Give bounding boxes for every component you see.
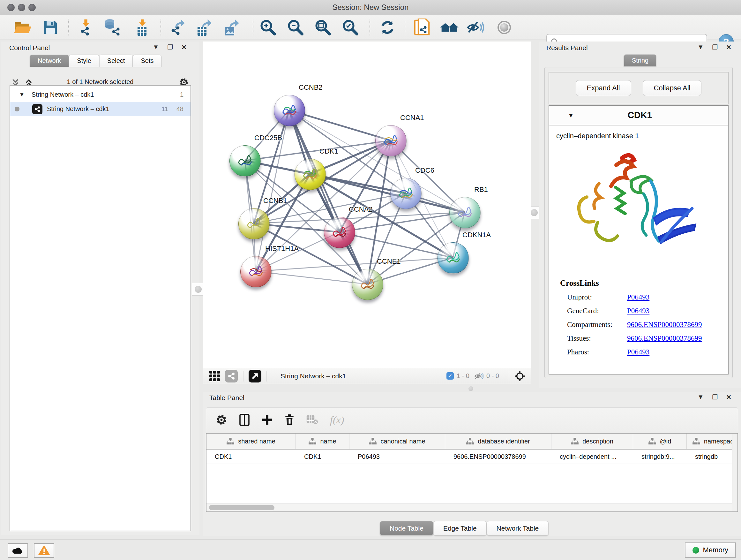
export-network-button[interactable] [168,19,187,36]
network-share-icon[interactable] [225,370,238,382]
refresh-view-button[interactable] [378,19,397,36]
tab-edge-table[interactable]: Edge Table [433,521,487,536]
selected-count-checkbox[interactable]: ✓ [447,372,454,380]
panel-menu-icon[interactable]: ▼ [697,393,704,401]
table-gear-button[interactable] [216,414,227,426]
table-vertical-scrollbar[interactable] [732,434,738,511]
network-node-CDC25B[interactable] [229,145,261,177]
table-cell[interactable]: P06493 [349,449,445,463]
network-row[interactable]: String Network – cdk1 11 48 [10,102,191,116]
crosslink-row: Compartments: 9606.ENSP00000378699 [560,320,728,329]
hidden-eye-slash-icon[interactable] [474,372,483,380]
table-cell[interactable]: stringdb:9... [633,449,687,463]
zoom-out-button[interactable] [286,19,305,36]
crosslink-link[interactable]: 9606.ENSP00000378699 [627,334,702,343]
panel-float-icon[interactable]: ❐ [167,44,173,51]
fit-selected-crosshair-icon[interactable] [515,371,525,381]
table-cell[interactable]: cyclin–dependent ... [551,449,633,463]
tab-sets[interactable]: Sets [133,55,161,67]
column-header-description[interactable]: description [551,434,633,449]
hide-selected-button[interactable] [465,19,484,36]
function-builder-icon[interactable]: f(x) [330,414,344,426]
column-header--id[interactable]: @id [633,434,687,449]
delete-table-button[interactable] [307,415,318,425]
column-header-namespac[interactable]: namespac [687,434,738,449]
panel-close-icon[interactable]: ✕ [726,393,731,401]
panel-float-icon[interactable]: ❐ [712,44,718,51]
collapse-all-button[interactable]: Collapse All [643,80,702,96]
network-node-CDK1[interactable] [294,159,326,190]
select-columns-button[interactable] [239,414,250,426]
network-node-CCNA2[interactable] [324,217,355,248]
export-table-button[interactable] [195,19,214,36]
network-node-HIST1H1A[interactable] [240,256,272,287]
export-image-button[interactable] [222,19,241,36]
zoom-selected-button[interactable] [341,19,360,36]
show-all-button[interactable] [495,19,514,36]
crosslink-link[interactable]: P06493 [627,348,650,356]
column-header-canonical-name[interactable]: canonical name [349,434,445,449]
network-edge[interactable] [339,232,453,258]
crosslink-link[interactable]: P06493 [627,293,650,301]
network-node-CDC6[interactable] [390,178,421,209]
table-cell[interactable]: 9606.ENSP00000378699 [445,449,551,463]
tab-style[interactable]: Style [69,55,99,67]
panel-float-icon[interactable]: ❐ [712,393,718,401]
panel-close-icon[interactable]: ✕ [726,44,731,51]
table-row[interactable]: CDK1CDK1P064939606.ENSP00000378699cyclin… [206,449,738,464]
import-network-database-button[interactable] [103,19,122,36]
expand-all-button[interactable]: Expand All [576,80,631,96]
delete-column-button[interactable] [285,415,294,425]
create-column-button[interactable] [262,415,273,425]
grid-view-icon[interactable] [209,371,220,381]
panel-menu-icon[interactable]: ▼ [153,44,159,51]
column-header-shared-name[interactable]: shared name [206,434,296,449]
cloud-status-button[interactable] [8,543,28,558]
panel-menu-icon[interactable]: ▼ [697,44,704,51]
birdseye-view-button[interactable] [249,370,261,382]
protein-thumbnail-icon [455,204,474,222]
network-node-label: CDC25B [254,134,282,142]
clone-network-button[interactable] [412,19,431,36]
network-collection-row[interactable]: ▼ String Network – cdk1 1 [10,87,191,102]
crosslink-link[interactable]: P06493 [627,307,650,315]
gene-section-header[interactable]: ▼ CDK1 [549,106,728,125]
horizontal-splitter-handle[interactable] [468,386,473,391]
column-header-database-identifier[interactable]: database identifier [445,434,551,449]
tab-network-table[interactable]: Network Table [487,521,549,536]
left-splitter-handle[interactable] [192,283,205,296]
tab-select[interactable]: Select [99,55,133,67]
table-cell[interactable]: CDK1 [206,449,296,463]
tab-string[interactable]: String [624,54,657,66]
home-button[interactable] [440,19,459,36]
tab-network[interactable]: Network [30,55,69,67]
zoom-fit-button[interactable] [313,19,333,36]
table-cell[interactable]: CDK1 [296,449,349,463]
zoom-in-button[interactable] [259,19,278,36]
panel-close-icon[interactable]: ✕ [181,44,187,51]
column-header-label: database identifier [478,438,530,445]
warnings-button[interactable] [34,543,54,558]
table-cell[interactable]: stringdb [687,449,738,463]
network-canvas[interactable]: CCNB2CCNA1CDC25BCDK1CDC6RB1CCNB1CCNA2CDK… [203,42,531,368]
network-node-CCNB2[interactable] [274,95,305,126]
memory-button[interactable]: Memory [685,543,736,558]
network-node-RB1[interactable] [449,197,481,228]
import-network-file-button[interactable] [76,19,95,36]
network-node-CCNE1[interactable] [352,269,383,300]
collection-expand-triangle-icon[interactable]: ▼ [19,91,24,98]
network-node-CCNB1[interactable] [239,208,270,240]
open-session-button[interactable] [13,19,32,36]
tab-node-table[interactable]: Node Table [380,521,433,536]
network-node-CDKN1A[interactable] [437,242,469,273]
crosslink-link[interactable]: 9606.ENSP00000378699 [627,320,702,329]
table-horizontal-scrollbar[interactable] [206,503,732,511]
network-edge[interactable] [289,110,367,284]
network-edge[interactable] [256,271,367,284]
column-header-name[interactable]: name [296,434,349,449]
save-session-button[interactable] [41,19,60,36]
section-expand-triangle-icon[interactable]: ▼ [568,112,574,119]
import-table-file-button[interactable] [133,19,152,36]
scrollbar-thumb[interactable] [209,505,274,510]
network-node-CCNA1[interactable] [375,125,407,157]
